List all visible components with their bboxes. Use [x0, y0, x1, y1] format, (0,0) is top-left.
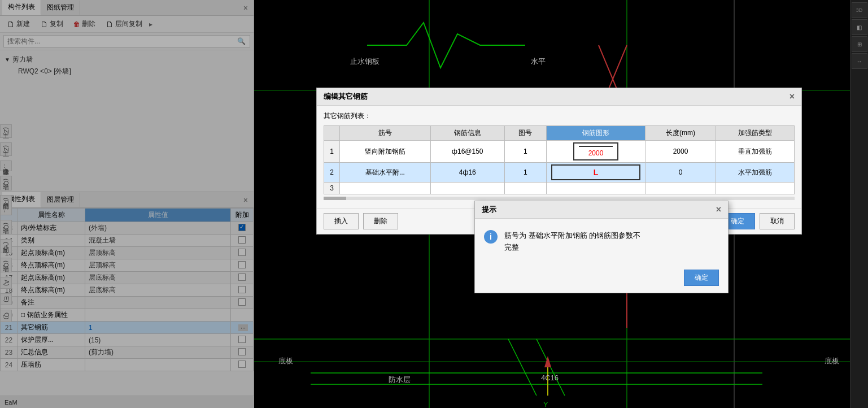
scrollbar-thumb [324, 197, 346, 200]
rebar-row-fignum: 1 [504, 163, 546, 183]
delete-rebar-button[interactable]: 删除 [363, 213, 398, 229]
rebar-row-name: 基础水平附... [340, 163, 431, 183]
rebar-col-idx [324, 126, 340, 141]
prompt-body: i 筋号为 基础水平附加钢筋 的钢筋图参数不 完整 [475, 219, 728, 265]
rebar-row-length: 0 [645, 163, 716, 183]
prompt-message: 筋号为 基础水平附加钢筋 的钢筋图参数不 完整 [504, 230, 640, 254]
rebar-table: 筋号 钢筋信息 图号 钢筋图形 长度(mm) 加强筋类型 1竖向附加钢筋ф16@… [324, 125, 795, 194]
rebar-table-row[interactable]: 1竖向附加钢筋ф16@1501 2000 2000垂直加强筋 [324, 141, 795, 163]
rebar-row-fignum [504, 183, 546, 194]
dialog-title-text: 编辑其它钢筋 [324, 92, 368, 102]
info-icon: i [484, 230, 498, 244]
prompt-line2: 完整 [504, 243, 519, 251]
prompt-title-text: 提示 [482, 205, 496, 215]
rebar-table-scrollbar[interactable] [324, 197, 795, 200]
prompt-title-bar: 提示 × [475, 201, 728, 219]
dialog-title-bar: 编辑其它钢筋 × [317, 88, 801, 106]
dialog-close-btn[interactable]: × [790, 92, 795, 102]
rebar-col-fignum: 图号 [504, 126, 546, 141]
rebar-col-shape: 钢筋图形 [546, 126, 645, 141]
rebar-row-shape[interactable]: 2000 [546, 141, 645, 163]
cancel-button[interactable]: 取消 [760, 213, 795, 229]
rebar-row-name: 竖向附加钢筋 [340, 141, 431, 163]
rebar-col-type: 加强筋类型 [716, 126, 794, 141]
prompt-confirm-btn[interactable]: 确定 [684, 270, 719, 286]
rebar-row-idx: 1 [324, 141, 340, 163]
rebar-row-info [430, 183, 504, 194]
footer-right-btns: 确定 取消 [720, 213, 795, 229]
rebar-row-type: 水平加强筋 [716, 163, 794, 183]
rebar-row-shape[interactable]: L [546, 163, 645, 183]
rebar-row-info: ф16@150 [430, 141, 504, 163]
rebar-row-length [645, 183, 716, 194]
rebar-table-row[interactable]: 3 [324, 183, 795, 194]
rebar-row-type [716, 183, 794, 194]
rebar-col-length: 长度(mm) [645, 126, 716, 141]
rebar-row-type: 垂直加强筋 [716, 141, 794, 163]
rebar-col-barinfo: 钢筋信息 [430, 126, 504, 141]
prompt-footer: 确定 [475, 265, 728, 293]
rebar-col-barname: 筋号 [340, 126, 431, 141]
dialog-body: 其它钢筋列表： 筋号 钢筋信息 图号 钢筋图形 长度(mm) 加强筋类型 1竖向… [317, 106, 801, 208]
rebar-row-fignum: 1 [504, 141, 546, 163]
rebar-row-length: 2000 [645, 141, 716, 163]
prompt-close-btn[interactable]: × [716, 205, 721, 215]
rebar-row-idx: 2 [324, 163, 340, 183]
rebar-row-shape[interactable] [546, 183, 645, 194]
insert-button[interactable]: 插入 [324, 213, 359, 229]
rebar-table-row[interactable]: 2基础水平附...4ф161 L 0水平加强筋 [324, 163, 795, 183]
prompt-dialog: 提示 × i 筋号为 基础水平附加钢筋 的钢筋图参数不 完整 确定 [474, 201, 729, 293]
rebar-row-name [340, 183, 431, 194]
prompt-line1: 筋号为 基础水平附加钢筋 的钢筋图参数不 [504, 231, 640, 240]
rebar-row-idx: 3 [324, 183, 340, 194]
rebar-row-info: 4ф16 [430, 163, 504, 183]
dialog-subtitle: 其它钢筋列表： [324, 111, 795, 121]
